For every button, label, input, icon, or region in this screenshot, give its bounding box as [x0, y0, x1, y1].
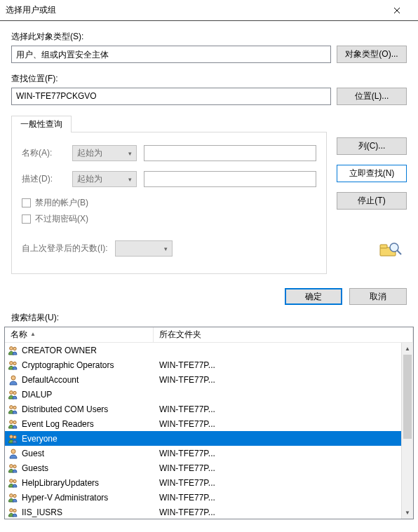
group-icon	[8, 345, 19, 356]
result-row[interactable]: GuestWIN-TFE77P...	[5, 446, 401, 461]
result-name: Everyone	[22, 434, 58, 444]
svg-point-22	[10, 493, 13, 497]
object-type-field[interactable]: 用户、组或内置安全主体	[11, 46, 331, 63]
location-field[interactable]: WIN-TFE77PCKGVO	[11, 88, 331, 105]
column-name[interactable]: 名称 ▲	[5, 327, 154, 342]
result-folder: WIN-TFE77P...	[154, 478, 401, 488]
ok-button[interactable]: 确定	[285, 288, 342, 305]
scrollbar[interactable]: ▲ ▼	[401, 343, 413, 519]
result-name: Cryptographic Operators	[22, 360, 114, 370]
result-folder: WIN-TFE77P...	[154, 419, 401, 429]
cancel-button[interactable]: 取消	[349, 288, 407, 305]
name-mode-combo[interactable]: 起始为 ▾	[72, 145, 137, 161]
close-icon	[393, 7, 400, 14]
result-row[interactable]: Distributed COM UsersWIN-TFE77P...	[5, 402, 401, 416]
svg-point-12	[13, 406, 16, 409]
scroll-thumb[interactable]	[403, 355, 412, 439]
result-row[interactable]: Cryptographic OperatorsWIN-TFE77P...	[5, 357, 401, 372]
svg-point-16	[13, 435, 16, 438]
name-mode-value: 起始为	[77, 147, 102, 159]
result-name: Event Log Readers	[22, 419, 94, 429]
svg-point-14	[13, 421, 16, 423]
nonexpiring-password-checkbox[interactable]: 不过期密码(X)	[22, 213, 316, 225]
svg-point-4	[10, 346, 13, 350]
result-row[interactable]: HelpLibraryUpdatersWIN-TFE77P...	[5, 475, 401, 490]
titlebar: 选择用户或组	[0, 0, 418, 21]
tab-common-queries[interactable]: 一般性查询	[11, 116, 72, 132]
days-combo[interactable]: ▾	[115, 240, 173, 257]
object-type-label: 选择此对象类型(S):	[11, 31, 407, 43]
result-name: Hyper-V Administrators	[22, 493, 108, 503]
svg-point-9	[10, 390, 13, 394]
result-name: HelpLibraryUpdaters	[22, 478, 99, 488]
result-row[interactable]: Hyper-V AdministratorsWIN-TFE77P...	[5, 490, 401, 505]
result-row[interactable]: DefaultAccountWIN-TFE77P...	[5, 372, 401, 387]
group-icon	[8, 507, 19, 518]
object-types-button[interactable]: 对象类型(O)...	[337, 46, 407, 63]
svg-point-13	[10, 420, 13, 423]
column-folder[interactable]: 所在文件夹	[154, 327, 413, 342]
checkbox-icon	[22, 214, 31, 224]
svg-point-19	[13, 465, 16, 468]
scroll-up-icon[interactable]: ▲	[402, 343, 413, 355]
close-button[interactable]	[381, 0, 412, 20]
result-folder: WIN-TFE77P...	[154, 375, 401, 385]
svg-point-18	[10, 464, 13, 468]
description-input[interactable]	[144, 171, 316, 187]
result-folder: WIN-TFE77P...	[154, 507, 401, 517]
columns-button[interactable]: 列(C)...	[337, 137, 407, 155]
result-row[interactable]: Everyone	[5, 431, 401, 446]
result-name: DIALUP	[22, 390, 52, 400]
name-input[interactable]	[144, 145, 316, 161]
result-name: CREATOR OWNER	[22, 346, 97, 355]
svg-rect-1	[380, 245, 387, 248]
column-name-label: 名称	[11, 329, 27, 341]
svg-point-10	[13, 391, 16, 394]
svg-point-20	[10, 479, 13, 482]
disabled-accounts-checkbox[interactable]: 禁用的帐户(B)	[22, 197, 316, 209]
description-mode-combo[interactable]: 起始为 ▾	[72, 171, 137, 187]
find-now-button[interactable]: 立即查找(N)	[337, 165, 407, 182]
group-icon	[8, 492, 19, 503]
svg-point-25	[13, 509, 16, 512]
svg-point-21	[13, 479, 16, 482]
result-name: Distributed COM Users	[22, 404, 108, 414]
svg-point-8	[11, 376, 15, 380]
svg-point-24	[10, 508, 13, 512]
group-icon	[8, 418, 19, 430]
disabled-accounts-label: 禁用的帐户(B)	[35, 197, 88, 209]
description-mode-value: 起始为	[77, 173, 102, 185]
result-name: DefaultAccount	[22, 375, 79, 385]
result-folder: WIN-TFE77P...	[154, 463, 401, 473]
result-row[interactable]: CREATOR OWNER	[5, 343, 401, 357]
tab-panel: 名称(A): 起始为 ▾ 描述(D): 起始为 ▾	[11, 132, 327, 274]
result-row[interactable]: GuestsWIN-TFE77P...	[5, 461, 401, 475]
checkbox-icon	[22, 198, 31, 207]
window-title: 选择用户或组	[6, 4, 381, 16]
svg-point-23	[13, 494, 16, 497]
user-icon	[8, 374, 19, 386]
result-folder: WIN-TFE77P...	[154, 404, 401, 414]
group-icon	[8, 404, 19, 415]
sort-asc-icon: ▲	[30, 331, 36, 337]
results-header: 名称 ▲ 所在文件夹	[5, 327, 413, 343]
svg-line-3	[397, 250, 401, 254]
scroll-down-icon[interactable]: ▼	[402, 507, 413, 519]
group-icon	[8, 360, 19, 371]
result-row[interactable]: Event Log ReadersWIN-TFE77P...	[5, 416, 401, 431]
result-row[interactable]: DIALUP	[5, 387, 401, 402]
svg-point-11	[10, 405, 13, 409]
group-icon	[8, 463, 19, 474]
result-row[interactable]: IIS_IUSRSWIN-TFE77P...	[5, 505, 401, 519]
svg-point-15	[10, 435, 13, 438]
user-icon	[8, 448, 19, 459]
nonexpiring-password-label: 不过期密码(X)	[35, 213, 88, 225]
locations-button[interactable]: 位置(L)...	[337, 88, 407, 105]
stop-button[interactable]: 停止(T)	[337, 192, 407, 210]
group-icon	[8, 389, 19, 400]
results-list: 名称 ▲ 所在文件夹 CREATOR OWNERCryptographic Op…	[4, 327, 414, 519]
result-folder: WIN-TFE77P...	[154, 449, 401, 458]
result-folder: WIN-TFE77P...	[154, 360, 401, 370]
group-icon	[8, 477, 19, 489]
days-since-logon-label: 自上次登录后的天数(I):	[22, 243, 108, 254]
